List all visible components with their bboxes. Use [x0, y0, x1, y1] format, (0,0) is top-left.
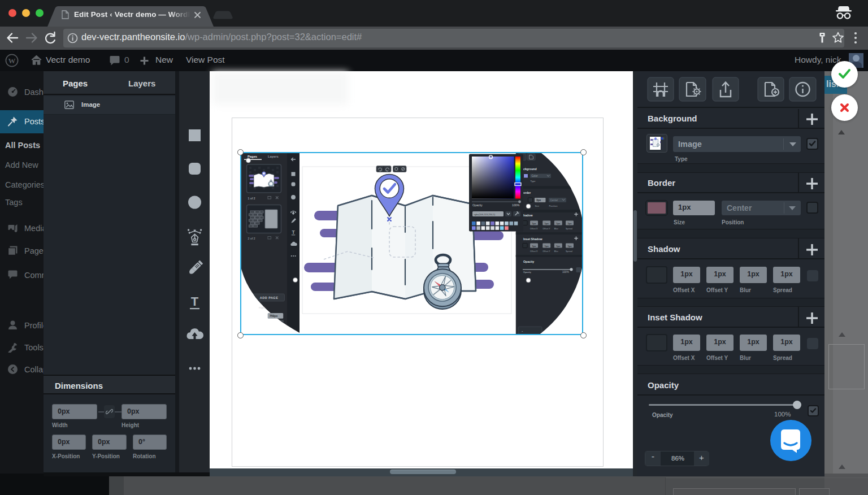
svg-text:W: W [8, 57, 16, 65]
svg-text:T: T [191, 294, 199, 309]
